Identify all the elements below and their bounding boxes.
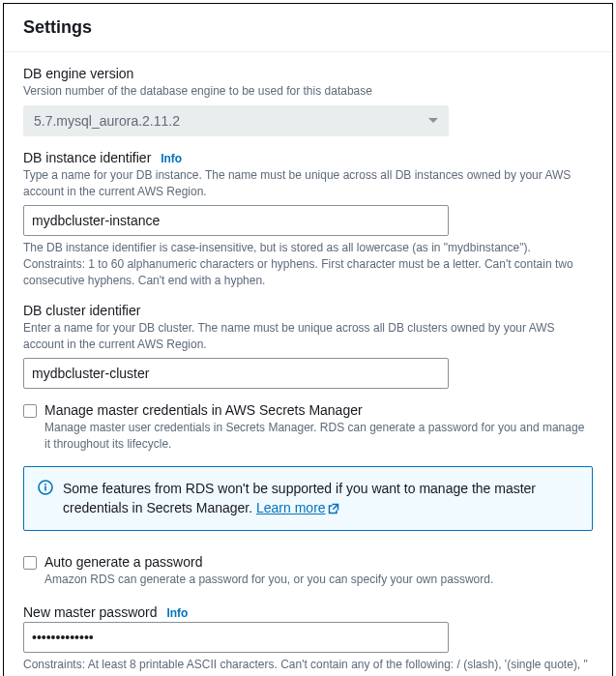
instance-id-help: The DB instance identifier is case-insen… — [23, 240, 593, 288]
secrets-manager-content: Manage master credentials in AWS Secrets… — [44, 402, 593, 453]
new-password-help: Constraints: At least 8 printable ASCII … — [23, 657, 593, 676]
secrets-manager-desc: Manage master user credentials in Secret… — [44, 420, 593, 453]
new-password-label: New master password Info — [23, 604, 593, 620]
field-secrets-manager: Manage master credentials in AWS Secrets… — [23, 402, 593, 453]
info-alert-text: Some features from RDS won't be supporte… — [63, 479, 578, 518]
field-new-password: New master password Info Constraints: At… — [23, 604, 593, 676]
info-icon — [38, 480, 53, 495]
external-link-icon — [328, 503, 339, 514]
auto-generate-content: Auto generate a password Amazon RDS can … — [44, 554, 593, 588]
field-instance-id: DB instance identifier Info Type a name … — [23, 150, 593, 289]
learn-more-link[interactable]: Learn more — [256, 500, 339, 515]
settings-panel: Settings DB engine version Version numbe… — [3, 3, 613, 676]
field-engine-version: DB engine version Version number of the … — [23, 66, 593, 136]
auto-generate-desc: Amazon RDS can generate a password for y… — [44, 572, 593, 588]
learn-more-text: Learn more — [256, 500, 326, 515]
instance-id-label-text: DB instance identifier — [23, 150, 151, 165]
svg-rect-2 — [44, 484, 46, 485]
svg-rect-1 — [44, 485, 46, 490]
field-cluster-id: DB cluster identifier Enter a name for y… — [23, 303, 593, 390]
instance-id-info-link[interactable]: Info — [161, 152, 182, 165]
instance-id-desc: Type a name for your DB instance. The na… — [23, 167, 593, 200]
instance-id-label: DB instance identifier Info — [23, 150, 593, 165]
info-alert: Some features from RDS won't be supporte… — [23, 466, 593, 531]
instance-id-input[interactable] — [23, 205, 449, 236]
cluster-id-input[interactable] — [23, 358, 449, 389]
cluster-id-label: DB cluster identifier — [23, 303, 593, 318]
secrets-manager-label: Manage master credentials in AWS Secrets… — [44, 402, 593, 418]
panel-header: Settings — [4, 4, 612, 52]
chevron-down-icon — [428, 118, 438, 123]
engine-version-select[interactable]: 5.7.mysql_aurora.2.11.2 — [23, 105, 449, 136]
new-password-input[interactable] — [23, 622, 449, 653]
auto-generate-checkbox[interactable] — [23, 556, 37, 570]
engine-version-value: 5.7.mysql_aurora.2.11.2 — [34, 113, 180, 129]
auto-generate-label: Auto generate a password — [44, 554, 593, 570]
new-password-info-link[interactable]: Info — [166, 606, 188, 620]
engine-version-label: DB engine version — [23, 66, 593, 81]
field-auto-generate: Auto generate a password Amazon RDS can … — [23, 554, 593, 588]
engine-version-desc: Version number of the database engine to… — [23, 83, 593, 100]
secrets-manager-checkbox[interactable] — [23, 404, 37, 418]
new-password-label-text: New master password — [23, 604, 158, 620]
panel-title: Settings — [23, 17, 593, 38]
panel-body: DB engine version Version number of the … — [4, 52, 612, 676]
cluster-id-desc: Enter a name for your DB cluster. The na… — [23, 320, 593, 353]
